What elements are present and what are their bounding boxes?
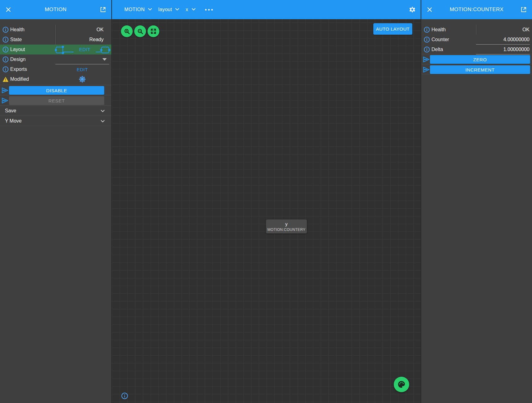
row-label: Exports <box>10 64 27 74</box>
palette-button[interactable] <box>394 377 409 392</box>
send-icon <box>1 97 9 104</box>
value-cell <box>55 74 109 84</box>
grid-canvas[interactable]: AUTO LAYOUT y MOTION:COUNTERY <box>112 19 421 403</box>
node-title: y <box>266 221 307 228</box>
menu-x[interactable]: x <box>186 6 202 13</box>
row-label: Health <box>10 25 24 35</box>
row-state: State Ready <box>0 35 111 45</box>
info-icon <box>424 37 430 43</box>
info-icon <box>2 46 9 53</box>
node-drag-tooltip: y MOTION:COUNTERY <box>266 219 307 233</box>
send-icon <box>423 56 430 63</box>
handle-dot[interactable] <box>62 52 64 54</box>
value-cell: OK <box>476 25 532 35</box>
app-window: MOTION Health OK State Ready Layout <box>0 0 532 403</box>
layout-edit-button[interactable]: EDIT <box>74 45 96 54</box>
delta-value: 1.00000000 <box>503 47 530 52</box>
row-delta: Delta 1.00000000 <box>421 45 532 54</box>
value-cell: EDIT <box>55 64 109 74</box>
fit-view-button[interactable] <box>148 25 159 37</box>
row-health: Health OK <box>0 25 111 35</box>
chevron-down-icon <box>174 6 180 13</box>
node-subtitle: MOTION:COUNTERY <box>266 228 307 232</box>
auto-layout-button[interactable]: AUTO LAYOUT <box>373 23 412 35</box>
info-icon <box>424 46 430 53</box>
row-label: Counter <box>431 35 449 45</box>
info-icon <box>424 27 430 33</box>
zoom-in-button[interactable] <box>121 25 133 37</box>
right-panel-header: MOTION:COUNTERX <box>421 0 532 19</box>
right-panel-title: MOTION:COUNTERX <box>421 6 532 13</box>
zoom-out-button[interactable] <box>134 25 146 37</box>
zero-button[interactable]: ZERO <box>430 55 530 64</box>
chevron-down-icon <box>100 118 106 124</box>
menu-motion[interactable]: MOTION <box>124 6 158 13</box>
canvas-info-icon[interactable] <box>121 392 128 399</box>
close-icon[interactable] <box>426 6 433 13</box>
row-design: Design <box>0 54 111 64</box>
section-y-move[interactable]: Y Move <box>0 115 111 126</box>
action-row-reset: RESET <box>0 95 111 105</box>
row-label: Modified <box>10 74 29 84</box>
row-health: Health OK <box>421 25 532 35</box>
settings-gear-icon[interactable] <box>409 6 416 13</box>
left-panel-title: MOTION <box>0 6 111 13</box>
delta-input[interactable]: 1.00000000 <box>476 45 530 54</box>
health-value: OK <box>522 27 530 32</box>
left-panel-header: MOTION <box>0 0 111 19</box>
handle-dot[interactable] <box>55 49 57 51</box>
row-modified: Modified <box>0 74 111 84</box>
dropdown-caret-icon <box>102 58 107 61</box>
action-row-disable: DISABLE <box>0 85 111 95</box>
chevron-down-icon <box>191 6 196 13</box>
warning-icon <box>2 76 9 82</box>
row-label: Delta <box>431 45 443 54</box>
row-layout[interactable]: Layout EDIT <box>0 45 111 54</box>
section-label: Save <box>5 106 16 116</box>
chevron-down-icon <box>100 108 106 114</box>
left-inspector-panel: MOTION Health OK State Ready Layout <box>0 0 112 403</box>
value-cell: Ready <box>55 35 111 45</box>
open-in-new-icon[interactable] <box>100 6 106 13</box>
info-icon <box>2 66 9 72</box>
handle-dot[interactable] <box>108 49 110 51</box>
handle-dot[interactable] <box>62 46 64 48</box>
row-label: Layout <box>10 45 25 54</box>
counter-input[interactable]: 4.00000000 <box>476 35 530 45</box>
right-inspector-panel: MOTION:COUNTERX Health OK Counter 4.0000… <box>421 0 532 403</box>
increment-button[interactable]: INCREMENT <box>430 65 530 74</box>
reset-button[interactable]: RESET <box>9 96 104 105</box>
info-icon <box>2 37 9 43</box>
row-counter: Counter 4.00000000 <box>421 35 532 45</box>
row-label: State <box>10 35 22 45</box>
close-icon[interactable] <box>5 6 12 13</box>
send-icon <box>423 66 430 73</box>
info-icon <box>2 27 9 33</box>
exports-edit-button[interactable]: EDIT <box>77 67 88 72</box>
action-row-increment: INCREMENT <box>421 64 532 74</box>
canvas-toolbar: MOTION layout x <box>112 0 421 19</box>
value-cell: OK <box>55 25 111 35</box>
counter-value: 4.00000000 <box>503 37 530 42</box>
send-icon <box>1 87 9 94</box>
row-exports: Exports EDIT <box>0 64 111 74</box>
health-value: OK <box>97 27 104 32</box>
info-icon <box>2 56 9 63</box>
disable-button[interactable]: DISABLE <box>9 86 104 95</box>
section-label: Y Move <box>5 116 22 126</box>
row-label: Design <box>10 54 26 64</box>
section-save[interactable]: Save <box>0 105 111 115</box>
more-options-icon[interactable] <box>205 9 213 11</box>
action-row-zero: ZERO <box>421 54 532 64</box>
chevron-down-icon <box>147 6 153 13</box>
sun-icon[interactable] <box>79 76 86 83</box>
row-label: Health <box>431 25 446 35</box>
open-in-new-icon[interactable] <box>520 6 527 13</box>
graph-canvas-area: MOTION layout x AUTO LAYOUT y MOTION:C <box>112 0 421 403</box>
state-value: Ready <box>89 37 104 42</box>
handle-dot[interactable] <box>100 49 102 51</box>
menu-layout[interactable]: layout <box>158 6 186 13</box>
design-select[interactable] <box>55 54 109 64</box>
